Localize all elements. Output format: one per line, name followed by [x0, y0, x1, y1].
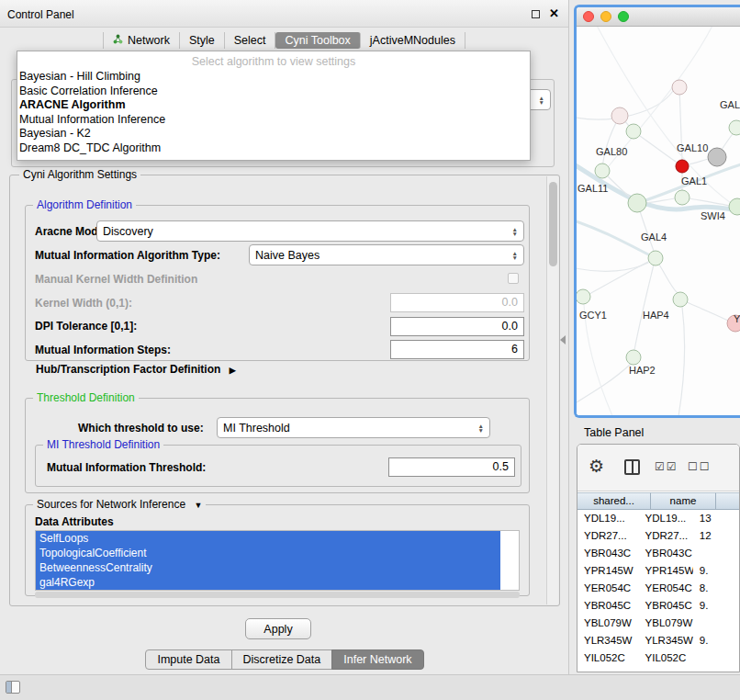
attribute-item[interactable]: BetweennessCentrality — [36, 560, 500, 575]
expand-right-icon[interactable]: ▶ — [230, 366, 236, 375]
network-node[interactable] — [626, 350, 641, 365]
attributes-hscrollbar[interactable] — [35, 592, 520, 598]
table-cell: YIL052C — [577, 649, 639, 667]
network-edge[interactable] — [634, 265, 654, 350]
close-window-icon[interactable] — [583, 11, 594, 22]
network-window-titlebar[interactable] — [577, 7, 740, 27]
apply-button[interactable]: Apply — [245, 618, 311, 639]
tab-style[interactable]: Style — [180, 32, 225, 49]
settings-scrollbar[interactable] — [546, 176, 558, 604]
algorithm-option[interactable]: Bayesian - Hill Climbing — [17, 70, 530, 85]
table-row[interactable]: YIL052CYIL052C — [577, 649, 739, 667]
algorithm-option[interactable]: Bayesian - K2 — [17, 127, 530, 141]
cyni-settings-title: Cyni Algorithm Settings — [19, 168, 140, 181]
network-node[interactable] — [708, 148, 726, 166]
mi-algorithm-type-label: Mutual Information Algorithm Type: — [35, 249, 220, 262]
zoom-window-icon[interactable] — [618, 11, 629, 22]
collapse-down-icon[interactable]: ▼ — [194, 501, 202, 510]
data-mode-tabs: Impute DataDiscretize DataInfer Network — [0, 649, 569, 670]
table-row[interactable]: YLR345WYLR345W9. — [577, 632, 739, 649]
column-header[interactable]: shared... — [577, 492, 651, 510]
select-all-checkboxes-icon[interactable]: ☑☑ — [655, 460, 678, 473]
splitter-collapse-arrow[interactable] — [560, 335, 566, 344]
table-row[interactable]: YDR27...YDR27...12 — [577, 527, 739, 545]
network-edge[interactable] — [690, 198, 730, 206]
table-row[interactable]: YDL19...YDL19...13 — [577, 510, 739, 527]
attribute-item[interactable]: SelfLoops — [36, 531, 500, 546]
tab-network[interactable]: Network — [103, 32, 180, 49]
table-cell: YBR045C — [577, 597, 639, 615]
algorithm-option[interactable]: ARACNE Algorithm — [17, 98, 530, 113]
network-icon — [113, 34, 123, 47]
network-node[interactable] — [673, 292, 688, 307]
network-node[interactable] — [577, 289, 590, 304]
settings-scrollbar-thumb[interactable] — [549, 182, 557, 266]
deselect-all-checkboxes-icon[interactable]: ☐☐ — [688, 460, 712, 473]
network-edge[interactable] — [577, 263, 648, 271]
manual-kernel-width-checkbox[interactable] — [508, 273, 519, 284]
network-edge[interactable] — [687, 302, 728, 321]
network-node[interactable] — [672, 80, 687, 95]
network-edge[interactable] — [659, 265, 678, 293]
table-row[interactable]: YBR045CYBR045C9. — [577, 597, 739, 615]
data-attributes-label: Data Attributes — [35, 515, 114, 528]
network-edge[interactable] — [584, 304, 613, 418]
network-node[interactable] — [595, 164, 610, 178]
dpi-tolerance-field[interactable]: 0.0 — [390, 317, 524, 336]
hub-definition-section[interactable]: Hub/Transcription Factor Definition ▶ — [36, 363, 236, 376]
table-row[interactable]: YPR145WYPR145W9. — [577, 562, 739, 580]
network-node[interactable] — [648, 251, 663, 265]
tab-jactivemnodules[interactable]: jActiveMNodules — [361, 32, 465, 49]
tab-select[interactable]: Select — [225, 32, 276, 49]
tab-infer-network[interactable]: Infer Network — [331, 649, 423, 670]
network-node[interactable] — [626, 124, 641, 139]
tab-cyni-toolbox[interactable]: Cyni Toolbox — [275, 32, 360, 49]
network-graph[interactable]: GAL80GAL10GAL11GAL1SWI4GAL4GCY1HAP4HAP2G… — [577, 27, 740, 418]
columns-icon[interactable] — [624, 459, 640, 475]
algorithm-option[interactable]: Dream8 DC_TDC Algorithm — [17, 141, 530, 156]
mi-steps-field[interactable]: 6 — [390, 340, 524, 359]
gear-icon[interactable]: ⚙ — [589, 456, 604, 477]
column-header[interactable]: name — [651, 492, 716, 510]
table-cell: YBR043C — [639, 545, 693, 562]
table-cell: YBL079W — [639, 615, 693, 632]
table-row[interactable]: YBR043CYBR043C — [577, 545, 739, 562]
network-edge[interactable] — [633, 131, 678, 164]
kernel-width-field[interactable]: 0.0 — [390, 293, 524, 312]
close-panel-icon[interactable]: ✕ — [549, 0, 559, 28]
combo-arrows-icon: ▲▼ — [473, 423, 484, 433]
network-edge[interactable] — [678, 307, 685, 418]
algorithm-option[interactable]: Basic Correlation Inference — [17, 85, 530, 99]
mi-threshold-field[interactable]: 0.5 — [388, 457, 515, 477]
algorithm-option[interactable]: Mutual Information Inference — [17, 113, 530, 128]
minimize-window-icon[interactable] — [600, 11, 611, 22]
table-cell: YPR145W — [639, 562, 693, 580]
network-node[interactable] — [628, 194, 646, 212]
column-header[interactable] — [716, 492, 740, 510]
table-row[interactable]: YBL079WYBL079W — [577, 615, 739, 632]
mi-algorithm-type-combo[interactable]: Naive Bayes ▲▼ — [249, 244, 524, 265]
show-panel-icon[interactable] — [6, 681, 20, 694]
cyni-algorithm-settings-group: Cyni Algorithm Settings Algorithm Defini… — [9, 175, 560, 606]
attribute-item[interactable]: gal4RGexp — [36, 575, 500, 590]
float-panel-icon[interactable] — [532, 10, 540, 18]
node-label: GAL80 — [596, 146, 627, 157]
table-row[interactable]: YER054CYER054C8. — [577, 580, 739, 597]
network-edge[interactable] — [577, 364, 631, 405]
tab-discretize-data[interactable]: Discretize Data — [231, 649, 333, 670]
network-node[interactable] — [676, 160, 689, 173]
mi-algorithm-type-value: Naive Bayes — [255, 249, 320, 262]
network-node[interactable] — [611, 107, 628, 124]
network-edge[interactable] — [689, 159, 709, 164]
combo-arrows-icon: ▲▼ — [533, 96, 544, 105]
aracne-mode-value: Discovery — [103, 225, 153, 238]
network-node[interactable] — [675, 190, 690, 205]
control-panel: Control Panel ✕ NetworkStyleSelectCyni T… — [0, 0, 569, 674]
aracne-mode-combo[interactable]: Discovery ▲▼ — [96, 220, 524, 242]
attribute-item[interactable]: TopologicalCoefficient — [36, 546, 500, 560]
network-canvas[interactable]: GAL80GAL10GAL11GAL1SWI4GAL4GCY1HAP4HAP2G… — [577, 27, 740, 415]
which-threshold-combo[interactable]: MI Threshold ▲▼ — [217, 417, 490, 438]
network-node[interactable] — [729, 120, 740, 135]
tab-impute-data[interactable]: Impute Data — [145, 649, 231, 670]
network-node[interactable] — [729, 198, 740, 215]
